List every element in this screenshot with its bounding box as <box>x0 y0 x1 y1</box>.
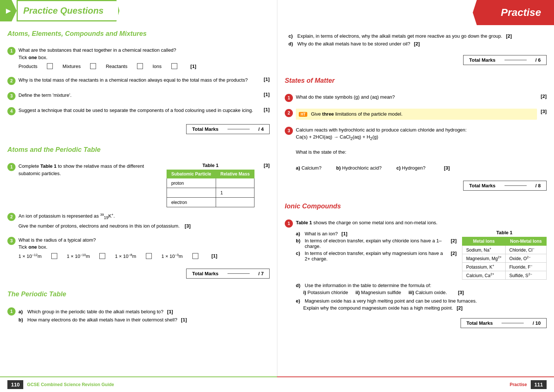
total-atoms: / 4 <box>259 126 264 132</box>
section-periodic-table: The Periodic Table <box>0 287 277 301</box>
q-i1a-marks: [1] <box>342 231 348 236</box>
box-1e-8[interactable] <box>146 253 152 259</box>
section-atoms-elements: Atoms, Elements, Compounds and Mixtures <box>0 27 277 41</box>
q-pt1a-text: Which group in the periodic table do the… <box>27 308 164 316</box>
ionic-row-1: Sodium, Na+ Chloride, Cl− <box>462 245 547 254</box>
q-s3-text: Calcium reacts with hydrochloric acid to… <box>296 127 466 133</box>
ionic-table-col: Table 1 Metal Ions Non-Metal Ions Sod <box>462 230 547 280</box>
opt-1e-8: 1 × 10−8m <box>115 253 136 259</box>
opt-1e-12: 1 × 10−12m <box>18 253 42 259</box>
q4-text: Suggest a technique that could be used t… <box>18 108 253 113</box>
q-p2-text: An ion of potassium is represented as 39… <box>18 213 115 219</box>
ionic-magnesium: Magnesium, Mg2+ <box>462 254 506 262</box>
table-row-electron: electron <box>167 198 254 207</box>
total-marks-states: Total Marks / 8 <box>277 178 554 194</box>
ionic-sulfide: Sulfide, S2− <box>506 271 547 279</box>
q-p1-number: 1 <box>7 163 16 171</box>
mass-neutron: 1 <box>216 188 254 198</box>
table-row-neutron: 1 <box>167 188 254 198</box>
box-1e-12[interactable] <box>51 253 57 259</box>
q-i1b-text: In terms of electron transfer, explain w… <box>305 238 447 249</box>
ionic-part-d: d) Use the information in the table to d… <box>296 283 547 295</box>
question-3-periodic: 3 What is the radius of a typical atom? … <box>0 235 277 263</box>
particle-neutron <box>167 188 216 198</box>
q-number-2: 2 <box>7 77 16 85</box>
particle-proton: proton <box>167 178 216 188</box>
box-1e-3[interactable] <box>192 253 198 259</box>
box-1e-10[interactable] <box>99 253 105 259</box>
q1-opt-reactants: Reactants <box>106 64 127 69</box>
q-i1c-label: c) <box>296 250 303 256</box>
q1-opt-products: Products <box>18 64 37 69</box>
table1-caption: Table 1 <box>167 163 254 168</box>
question-2-atoms: 2 Why is the total mass of the reactants… <box>0 75 277 88</box>
cont-c-text: Explain, in terms of electrons, why the … <box>297 33 502 39</box>
footer-text-left: GCSE Combined Science Revision Guide <box>27 382 114 387</box>
footer-text-right: Practise <box>510 382 527 387</box>
page-num-left: 110 <box>7 380 23 389</box>
section-states-matter: States of Matter <box>277 74 554 88</box>
q-i1b-marks: [2] <box>451 238 456 243</box>
q-i1e-marks: [2] <box>456 305 462 311</box>
q-i1d-i: i) Potassium chloride <box>303 290 348 295</box>
q-p3-sub: Tick one box. <box>18 244 47 250</box>
ionic-row-3: Potassium, K+ Fluoride, F− <box>462 262 547 271</box>
cont-c-label: c) <box>288 33 296 39</box>
q-p2-marks: [3] <box>185 223 191 229</box>
q1-box-reactants[interactable] <box>137 63 143 69</box>
q-i1c-marks: [2] <box>451 250 456 256</box>
q-i1-intro: Table 1 shows the charge on some metal i… <box>296 220 437 225</box>
total-marks-periodic: Total Marks / 7 <box>0 266 277 282</box>
q-p3-marks: [1] <box>212 253 218 259</box>
ionic-header-metal: Metal Ions <box>462 237 506 245</box>
q-p2-sub: Give the number of protons, electrons an… <box>18 222 270 230</box>
opt-1e-3: 1 × 10−3m <box>161 253 183 259</box>
q-s3-number: 3 <box>285 127 293 135</box>
q-p2-number: 2 <box>7 213 16 221</box>
q-i1e-sub: Explain why the compound magnesium oxide… <box>303 305 453 311</box>
q-i1d-iii: iii) Calcium oxide. <box>408 290 447 295</box>
q-pt1a-marks: [1] <box>167 308 173 316</box>
ionic-sodium: Sodium, Na+ <box>462 245 506 254</box>
q1-opt-ions: Ions <box>153 64 162 69</box>
question-3-states: 3 Calcium reacts with hydrochloric acid … <box>277 125 554 175</box>
cont-c-marks: [2] <box>506 33 512 39</box>
q-s1-number: 1 <box>285 94 293 102</box>
q-i1d-marks: [3] <box>458 290 464 295</box>
ionic-fluoride: Fluoride, F− <box>506 262 547 271</box>
page-footer: 110 GCSE Combined Science Revision Guide… <box>0 376 554 392</box>
question-2-periodic: 2 An ion of potassium is represented as … <box>0 211 277 233</box>
q-s3c: c) Hydrogen? <box>396 164 425 172</box>
q-i1a-label: a) <box>296 231 303 236</box>
ionic-potassium: Potassium, K+ <box>462 262 506 271</box>
question-1-atoms: 1 What are the substances that react tog… <box>0 45 277 73</box>
q-i1a-text: What is an ion? <box>305 231 338 236</box>
total-cont: / 6 <box>536 57 541 63</box>
cont-d-text: Why do the alkali metals have to be stor… <box>297 41 410 47</box>
opt-1e-10: 1 × 10−10m <box>67 253 90 259</box>
question-1-ionic: 1 Table 1 shows the charge on some metal… <box>277 218 554 312</box>
q-i1e-label: e) <box>296 298 303 304</box>
q-s3-sub: What is the state of the: <box>296 149 346 155</box>
q1-box-ions[interactable] <box>171 63 177 69</box>
ionic-questions-col: a) What is an ion? [1] b) In terms of el… <box>296 230 456 280</box>
right-page-title: Practise <box>493 7 541 18</box>
cont-d-marks: [2] <box>414 41 420 47</box>
total-states: / 8 <box>536 183 541 188</box>
q1-box-mixtures[interactable] <box>90 63 96 69</box>
q-s2-text: Give three limitations of the particle m… <box>311 111 403 117</box>
q-s3-marks: [3] <box>444 164 450 172</box>
continued-alkali: c) Explain, in terms of electrons, why t… <box>277 31 554 49</box>
question-1-pt: 1 a) Which group in the periodic table d… <box>0 306 277 328</box>
total-ionic: / 10 <box>533 320 541 326</box>
q-p3-options: 1 × 10−12m 1 × 10−10m 1 × 10−8m 1 × 10−3… <box>18 253 259 259</box>
q1-opt-mixtures: Mixtures <box>62 64 81 69</box>
q-number-3: 3 <box>7 92 16 100</box>
q4-marks: [1] <box>264 107 270 112</box>
q1-box-products[interactable] <box>47 63 53 69</box>
q-number-4: 4 <box>7 107 16 115</box>
q-i1b-label: b) <box>296 238 303 243</box>
q1-text: What are the substances that react toget… <box>18 47 176 53</box>
table-row-proton: proton <box>167 178 254 188</box>
ionic-row-2: Magnesium, Mg2+ Oxide, O2− <box>462 254 547 262</box>
